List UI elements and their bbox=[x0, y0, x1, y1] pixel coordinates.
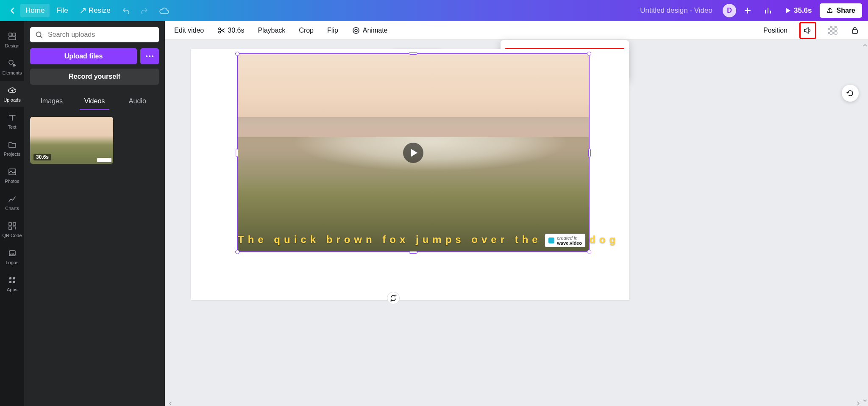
svg-rect-12 bbox=[9, 281, 11, 283]
rail-text[interactable]: Text bbox=[0, 108, 24, 134]
rail-projects-label: Projects bbox=[4, 152, 21, 157]
rail-charts[interactable]: Charts bbox=[0, 190, 24, 215]
record-yourself-label: Record yourself bbox=[69, 73, 120, 80]
resize-handle-top[interactable] bbox=[409, 52, 417, 55]
add-member-button[interactable] bbox=[739, 4, 757, 17]
crop-button[interactable]: Crop bbox=[297, 25, 315, 36]
uploads-thumb-grid: 30.6s bbox=[30, 117, 159, 164]
resize-handle-bl[interactable] bbox=[235, 250, 239, 254]
scroll-left-icon bbox=[168, 401, 172, 406]
animate-button[interactable]: Animate bbox=[350, 24, 389, 37]
canvas[interactable]: Volume The quick brown fox jumps over th… bbox=[165, 40, 868, 406]
scroll-right-icon bbox=[856, 401, 860, 406]
page[interactable]: The quick brown fox jumps over the lazy … bbox=[191, 49, 629, 300]
share-button[interactable]: Share bbox=[820, 3, 862, 18]
file-menu[interactable]: File bbox=[51, 4, 73, 17]
flip-button[interactable]: Flip bbox=[326, 25, 340, 36]
svg-rect-22 bbox=[852, 30, 857, 33]
position-button[interactable]: Position bbox=[762, 25, 789, 36]
svg-text:CO.: CO. bbox=[9, 252, 15, 255]
trim-button[interactable]: 30.6s bbox=[216, 25, 246, 36]
rail-logos-label: Logos bbox=[6, 260, 19, 265]
rail-uploads-label: Uploads bbox=[3, 97, 20, 102]
resize-label: Resize bbox=[89, 6, 111, 15]
context-toolbar: Edit video 30.6s Playback Crop Flip Anim… bbox=[165, 21, 868, 40]
video-play-button[interactable] bbox=[403, 143, 423, 163]
thumb-duration: 30.6s bbox=[33, 154, 51, 160]
resize-handle-br[interactable] bbox=[587, 250, 591, 254]
lock-button[interactable] bbox=[849, 24, 860, 37]
reset-view-button[interactable] bbox=[842, 85, 859, 102]
rail-elements[interactable]: Elements bbox=[0, 54, 24, 80]
design-title[interactable]: Untitled design - Video bbox=[632, 6, 720, 15]
uploads-icon bbox=[7, 86, 17, 96]
edit-video-label: Edit video bbox=[174, 27, 204, 34]
topbar: Home File Resize Untitled design - Video… bbox=[0, 0, 868, 21]
rail-uploads[interactable]: Uploads bbox=[0, 81, 24, 107]
logos-icon: CO. bbox=[7, 248, 17, 258]
rail-apps-label: Apps bbox=[7, 287, 17, 292]
video-caption: The quick brown fox jumps over the lazy … bbox=[238, 234, 542, 246]
rail-photos[interactable]: Photos bbox=[0, 163, 24, 188]
svg-point-17 bbox=[152, 55, 153, 57]
animate-label: Animate bbox=[363, 27, 388, 34]
resize-handle-right[interactable] bbox=[588, 149, 591, 157]
search-uploads[interactable] bbox=[30, 27, 159, 42]
tab-images[interactable]: Images bbox=[30, 93, 73, 109]
svg-point-20 bbox=[353, 28, 359, 33]
tab-audio[interactable]: Audio bbox=[116, 93, 159, 109]
svg-point-21 bbox=[355, 29, 357, 32]
undo-button[interactable] bbox=[117, 5, 134, 17]
horizontal-scrollbar[interactable] bbox=[168, 401, 860, 406]
wave-logo-icon bbox=[548, 238, 554, 243]
sync-page-button[interactable] bbox=[387, 292, 400, 304]
cloud-status-icon[interactable] bbox=[155, 4, 173, 17]
resize-handle-tr[interactable] bbox=[587, 52, 591, 56]
scroll-up-icon bbox=[863, 43, 867, 47]
resize-handle-bottom[interactable] bbox=[409, 251, 417, 254]
back-button[interactable] bbox=[6, 5, 19, 17]
vertical-scrollbar[interactable] bbox=[863, 43, 867, 403]
record-yourself-button[interactable]: Record yourself bbox=[30, 69, 159, 85]
redo-button[interactable] bbox=[136, 5, 153, 17]
play-icon bbox=[410, 148, 418, 157]
transparency-button[interactable] bbox=[826, 24, 839, 37]
avatar[interactable]: D bbox=[723, 4, 736, 17]
rail-design[interactable]: Design bbox=[0, 27, 24, 52]
rail-qrcode[interactable]: QR Code bbox=[0, 217, 24, 242]
apps-icon bbox=[7, 275, 17, 285]
refresh-icon bbox=[846, 89, 854, 97]
home-button[interactable]: Home bbox=[20, 4, 50, 17]
play-duration-button[interactable]: 35.6s bbox=[780, 4, 817, 17]
upload-thumb[interactable]: 30.6s bbox=[30, 117, 113, 164]
thumb-watermark bbox=[97, 158, 111, 162]
rail-logos[interactable]: CO. Logos bbox=[0, 244, 24, 269]
rail-projects[interactable]: Projects bbox=[0, 135, 24, 161]
uploads-tabs: Images Videos Audio bbox=[30, 93, 159, 109]
tab-videos[interactable]: Videos bbox=[73, 93, 116, 109]
rail-design-label: Design bbox=[5, 43, 19, 48]
rail-photos-label: Photos bbox=[5, 179, 19, 184]
edit-video-button[interactable]: Edit video bbox=[172, 25, 206, 36]
playback-button[interactable]: Playback bbox=[256, 25, 287, 36]
search-input[interactable] bbox=[47, 30, 154, 39]
volume-button-highlight bbox=[799, 22, 816, 39]
svg-point-16 bbox=[149, 55, 150, 57]
home-label: Home bbox=[25, 6, 45, 15]
lock-icon bbox=[851, 26, 859, 35]
resize-button[interactable]: Resize bbox=[75, 4, 116, 17]
volume-button[interactable] bbox=[801, 24, 814, 37]
ellipsis-icon bbox=[146, 55, 153, 57]
video-element[interactable]: The quick brown fox jumps over the lazy … bbox=[237, 53, 590, 252]
rail-apps[interactable]: Apps bbox=[0, 271, 24, 296]
playback-label: Playback bbox=[258, 27, 285, 34]
rail-qrcode-label: QR Code bbox=[3, 233, 22, 238]
upload-more-button[interactable] bbox=[140, 48, 159, 64]
svg-point-15 bbox=[146, 55, 147, 57]
animate-icon bbox=[352, 26, 360, 35]
video-preview: The quick brown fox jumps over the lazy … bbox=[238, 54, 589, 251]
resize-handle-left[interactable] bbox=[236, 149, 238, 157]
insights-button[interactable] bbox=[759, 4, 778, 17]
resize-handle-tl[interactable] bbox=[235, 52, 239, 56]
upload-files-button[interactable]: Upload files bbox=[30, 48, 137, 64]
